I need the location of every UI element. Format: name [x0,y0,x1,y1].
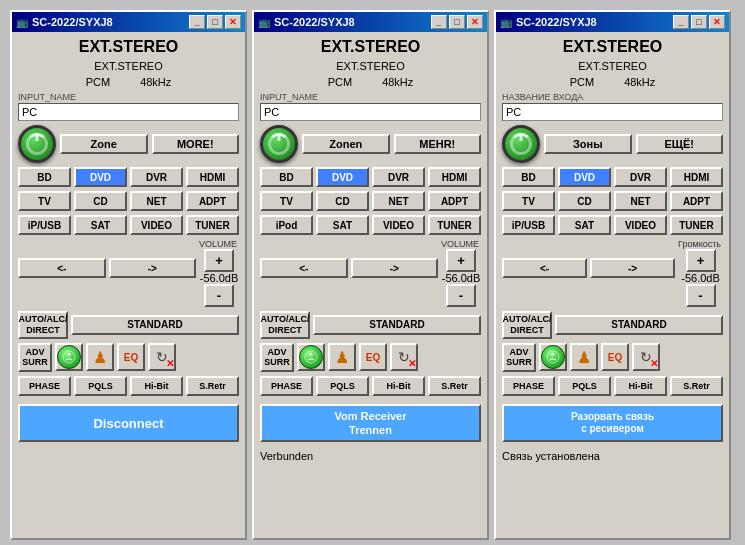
hibit-button[interactable]: Hi-Bit [614,376,667,396]
auto-alc-button[interactable]: AUTO/ALC/ DIRECT [502,311,552,339]
maximize-button[interactable]: □ [207,15,223,29]
hdmi-button[interactable]: HDMI [670,167,723,187]
disconnect-button[interactable]: Разорвать связь с ресивером [502,404,723,442]
adv-surr-button[interactable]: ADV SURR [18,343,52,373]
cd-button[interactable]: CD [316,191,369,211]
sretr-button[interactable]: S.Retr [670,376,723,396]
disconnect-button[interactable]: Disconnect [18,404,239,442]
adv-surr-button[interactable]: ADV SURR [502,343,536,373]
input-name-field[interactable] [260,103,481,121]
close-button[interactable]: ✕ [467,15,483,29]
zone-button[interactable]: Зоны [544,134,632,154]
more-button[interactable]: MEHR! [394,134,482,154]
bd-button[interactable]: BD [18,167,71,187]
vol-left-button[interactable]: <- [260,258,348,278]
more-button[interactable]: ЕЩЁ! [636,134,724,154]
hibit-button[interactable]: Hi-Bit [130,376,183,396]
tv-button[interactable]: TV [18,191,71,211]
person-icon-button[interactable]: ♟ [570,343,598,371]
minimize-button[interactable]: _ [673,15,689,29]
pqls-button[interactable]: PQLS [74,376,127,396]
video-button[interactable]: VIDEO [614,215,667,235]
tuner-button[interactable]: TUNER [186,215,239,235]
refresh-icon-button[interactable]: ↻ ✕ [390,343,418,371]
person-icon-button[interactable]: ♟ [328,343,356,371]
vol-minus-button[interactable]: - [204,284,234,307]
auto-alc-button[interactable]: AUTO/ALC/ DIRECT [260,311,310,339]
vol-left-button[interactable]: <- [502,258,587,278]
eq-button[interactable]: EQ [359,343,387,371]
disconnect-button[interactable]: Vom Receiver Trennen [260,404,481,442]
eq-button[interactable]: EQ [601,343,629,371]
adpt-button[interactable]: ADPT [670,191,723,211]
adv-surr-button[interactable]: ADV SURR [260,343,294,373]
phase-button[interactable]: PHASE [502,376,555,396]
sat-button[interactable]: SAT [74,215,127,235]
standard-button[interactable]: STANDARD [313,315,481,335]
zone-button[interactable]: Zone [60,134,148,154]
person-icon-button[interactable]: ♟ [86,343,114,371]
hdmi-button[interactable]: HDMI [186,167,239,187]
ipusb-button[interactable]: iP/USB [502,215,555,235]
tv-button[interactable]: TV [502,191,555,211]
bd-button[interactable]: BD [502,167,555,187]
dvd-button[interactable]: DVD [316,167,369,187]
phase-button[interactable]: PHASE [18,376,71,396]
dvd-button[interactable]: DVD [74,167,127,187]
net-button[interactable]: NET [372,191,425,211]
power-button[interactable] [260,125,298,163]
vol-right-button[interactable]: -> [109,258,197,278]
minimize-button[interactable]: _ [431,15,447,29]
cd-button[interactable]: CD [558,191,611,211]
close-button[interactable]: ✕ [225,15,241,29]
refresh-icon-button[interactable]: ↻ ✕ [632,343,660,371]
tuner-button[interactable]: TUNER [428,215,481,235]
video-button[interactable]: VIDEO [372,215,425,235]
sat-button[interactable]: SAT [558,215,611,235]
tv-button[interactable]: TV [260,191,313,211]
zone-button[interactable]: Zonen [302,134,390,154]
hibit-button[interactable]: Hi-Bit [372,376,425,396]
adpt-button[interactable]: ADPT [428,191,481,211]
sretr-button[interactable]: S.Retr [186,376,239,396]
surround-icon-button[interactable] [55,343,83,371]
eq-button[interactable]: EQ [117,343,145,371]
net-button[interactable]: NET [614,191,667,211]
minimize-button[interactable]: _ [189,15,205,29]
hdmi-button[interactable]: HDMI [428,167,481,187]
phase-button[interactable]: PHASE [260,376,313,396]
vol-plus-button[interactable]: + [204,249,234,272]
ipusb-button[interactable]: iP/USB [18,215,71,235]
maximize-button[interactable]: □ [691,15,707,29]
standard-button[interactable]: STANDARD [71,315,239,335]
video-button[interactable]: VIDEO [130,215,183,235]
standard-button[interactable]: STANDARD [555,315,723,335]
vol-left-button[interactable]: <- [18,258,106,278]
tuner-button[interactable]: TUNER [670,215,723,235]
vol-right-button[interactable]: -> [351,258,439,278]
auto-alc-button[interactable]: AUTO/ALC/ DIRECT [18,311,68,339]
maximize-button[interactable]: □ [449,15,465,29]
sat-button[interactable]: SAT [316,215,369,235]
input-name-field[interactable] [18,103,239,121]
vol-minus-button[interactable]: - [686,284,716,307]
vol-plus-button[interactable]: + [686,249,716,272]
adpt-button[interactable]: ADPT [186,191,239,211]
pqls-button[interactable]: PQLS [316,376,369,396]
dvr-button[interactable]: DVR [372,167,425,187]
power-button[interactable] [502,125,540,163]
ipusb-button[interactable]: iPod [260,215,313,235]
sretr-button[interactable]: S.Retr [428,376,481,396]
vol-minus-button[interactable]: - [446,284,476,307]
power-button[interactable] [18,125,56,163]
vol-plus-button[interactable]: + [446,249,476,272]
pqls-button[interactable]: PQLS [558,376,611,396]
net-button[interactable]: NET [130,191,183,211]
vol-right-button[interactable]: -> [590,258,675,278]
more-button[interactable]: MORE! [152,134,240,154]
bd-button[interactable]: BD [260,167,313,187]
refresh-icon-button[interactable]: ↻ ✕ [148,343,176,371]
close-button[interactable]: ✕ [709,15,725,29]
surround-icon-button[interactable] [297,343,325,371]
cd-button[interactable]: CD [74,191,127,211]
